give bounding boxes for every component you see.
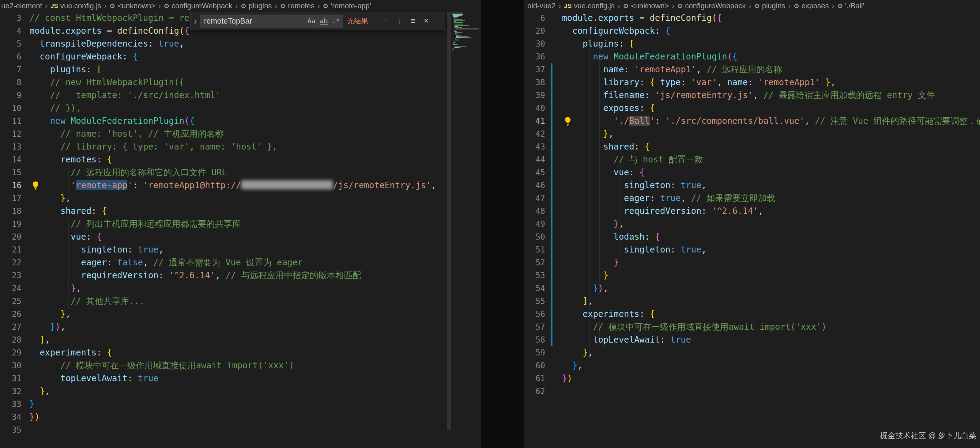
code-line[interactable]: // 模块中可在一级作用域直接使用await import('xxx')	[562, 320, 980, 333]
breadcrumb-item[interactable]: JSvue.config.js	[564, 2, 615, 10]
code-line[interactable]: 'remote-app': 'remoteApp1@http:///js/rem…	[29, 179, 447, 192]
code-line[interactable]: }	[29, 398, 447, 411]
code-line[interactable]: // template: './src/index.html'	[29, 89, 447, 102]
code-line[interactable]: // name: 'host', // 主机应用的名称	[29, 128, 447, 140]
breadcrumb-separator-icon: ›	[317, 2, 320, 10]
code-line[interactable]: // 其他共享库...	[29, 295, 447, 308]
code-token	[29, 77, 50, 87]
breadcrumb-item[interactable]: ⚙<unknown>	[623, 2, 669, 10]
code-line[interactable]: configureWebpack: {	[562, 24, 980, 37]
code-line[interactable]: },	[562, 128, 980, 140]
code-line[interactable]: },	[29, 282, 447, 295]
code-line[interactable]: }	[562, 256, 980, 269]
code-line[interactable]: },	[562, 346, 980, 359]
line-number: 46	[524, 179, 545, 192]
code-line[interactable]: new ModuleFederationPlugin({	[29, 115, 447, 128]
code-line[interactable]: })	[29, 411, 447, 424]
code-line[interactable]: eager: true, // 如果需要立即加载	[562, 192, 980, 205]
code-line[interactable]: },	[29, 192, 447, 205]
code-line[interactable]: plugins: [	[29, 63, 447, 76]
breadcrumb-item[interactable]: ⚙configureWebpack	[677, 2, 746, 10]
code-line[interactable]: }),	[29, 320, 447, 333]
toggle-replace-button[interactable]: ›	[191, 12, 200, 30]
code-line[interactable]: library: { type: 'var', name: 'remoteApp…	[562, 76, 980, 89]
previous-match-button[interactable]: ↑	[379, 15, 392, 27]
breadcrumb-item[interactable]: ⚙'./Ball'	[837, 2, 864, 10]
breadcrumb-item[interactable]: ⚙remotes	[280, 2, 315, 10]
whole-word-button[interactable]: ab	[318, 15, 329, 27]
code-line[interactable]	[562, 385, 980, 398]
breadcrumb-item[interactable]: ⚙plugins	[241, 2, 272, 10]
code-line[interactable]: // }),	[29, 102, 447, 115]
match-case-button[interactable]: Aa	[305, 15, 317, 27]
code-line[interactable]: })	[562, 372, 980, 385]
code-line[interactable]: },	[29, 385, 447, 398]
code-line[interactable]	[29, 424, 447, 436]
breadcrumb-separator-icon: ›	[158, 2, 161, 10]
code-line[interactable]: filename: 'js/remoteEntry.js', // 暴露给宿主应…	[562, 89, 980, 102]
code-line[interactable]: eager: false, // 通常不需要为 Vue 设置为 eager	[29, 256, 447, 269]
code-line[interactable]: exposes: {	[562, 102, 980, 115]
code-line[interactable]: // new HtmlWebpackPlugin({	[29, 76, 447, 89]
breadcrumb-item[interactable]: ⚙plugins	[754, 2, 785, 10]
code-line[interactable]: './Ball': './src/components/ball.vue', /…	[562, 115, 980, 128]
code-line[interactable]: module.exports = defineConfig({	[562, 12, 980, 24]
regex-button[interactable]: .*	[330, 15, 342, 27]
code-line[interactable]: shared: {	[29, 205, 447, 218]
code-line[interactable]: plugins: [	[562, 37, 980, 50]
code-line[interactable]: lodash: {	[562, 230, 980, 243]
code-line[interactable]: singleton: true,	[29, 243, 447, 256]
code-line[interactable]: }),	[562, 282, 980, 295]
code-line[interactable]: // 模块中可在一级作用域直接使用await import('xxx')	[29, 359, 447, 372]
code-token	[820, 77, 825, 87]
code-line[interactable]: name: 'remoteApp1', // 远程应用的名称	[562, 63, 980, 76]
code-line[interactable]: vue: {	[562, 166, 980, 179]
close-find-button[interactable]: ×	[420, 15, 433, 27]
code-line[interactable]: },	[562, 218, 980, 230]
code-line[interactable]: // 远程应用的名称和它的入口文件 URL	[29, 166, 447, 179]
code-line[interactable]: // 列出主机应用和远程应用都需要的共享库	[29, 218, 447, 230]
code-line[interactable]: ],	[29, 333, 447, 346]
breadcrumb-item[interactable]: ⚙exposes	[794, 2, 829, 10]
code-line[interactable]: configureWebpack: {	[29, 50, 447, 63]
code-line[interactable]: singleton: true,	[562, 243, 980, 256]
minimap[interactable]	[452, 12, 480, 448]
code-line[interactable]: topLevelAwait: true	[562, 333, 980, 346]
right-code[interactable]: module.exports = defineConfig({ configur…	[545, 12, 980, 448]
code-line[interactable]: transpileDependencies: true,	[29, 37, 447, 50]
code-line[interactable]: },	[562, 359, 980, 372]
breadcrumb-item[interactable]: ⚙<unknown>	[110, 2, 156, 10]
code-token: :	[670, 180, 681, 190]
code-line[interactable]: requiredVersion: '^2.6.14', // 与远程应用中指定的…	[29, 269, 447, 282]
code-line[interactable]: vue: {	[29, 230, 447, 243]
line-number: 61	[524, 372, 545, 385]
code-line[interactable]: }	[562, 269, 980, 282]
breadcrumb-item[interactable]: old-vue2	[527, 2, 555, 10]
code-line[interactable]: new ModuleFederationPlugin({	[562, 50, 980, 63]
next-match-button[interactable]: ↓	[393, 15, 406, 27]
code-line[interactable]: experiments: {	[29, 346, 447, 359]
code-line[interactable]: singleton: true,	[562, 179, 980, 192]
lightbulb-icon[interactable]	[563, 116, 573, 126]
code-line[interactable]: // 与 host 配置一致	[562, 153, 980, 166]
find-input[interactable]: remoteTopBar Aa ab .*	[200, 14, 343, 28]
indent-guide	[599, 256, 600, 269]
code-line[interactable]: experiments: {	[562, 308, 980, 320]
breadcrumb-item[interactable]: ⚙'remote-app'	[323, 2, 371, 10]
breadcrumb-item[interactable]: ⚙configureWebpack	[164, 2, 232, 10]
indent-guide	[599, 192, 600, 205]
code-line[interactable]: topLevelAwait: true	[29, 372, 447, 385]
lightbulb-icon[interactable]	[30, 181, 40, 191]
code-line[interactable]: shared: {	[562, 140, 980, 153]
find-in-selection-button[interactable]: ≡	[406, 15, 419, 27]
breadcrumb-item[interactable]: JSvue.config.js	[50, 2, 101, 10]
breadcrumb-item[interactable]: ue2-element	[1, 2, 42, 10]
code-line[interactable]: },	[29, 308, 447, 320]
left-code[interactable]: // const HtmlWebpackPlugin = remodule.ex…	[21, 12, 447, 448]
code-token: defineConfig	[117, 26, 179, 36]
code-line[interactable]: requiredVersion: '^2.6.14',	[562, 205, 980, 218]
code-line[interactable]: ],	[562, 295, 980, 308]
code-line[interactable]: remotes: {	[29, 153, 447, 166]
code-line[interactable]: // library: { type: 'var', name: 'host' …	[29, 140, 447, 153]
vertical-scrollbar[interactable]	[447, 12, 451, 430]
